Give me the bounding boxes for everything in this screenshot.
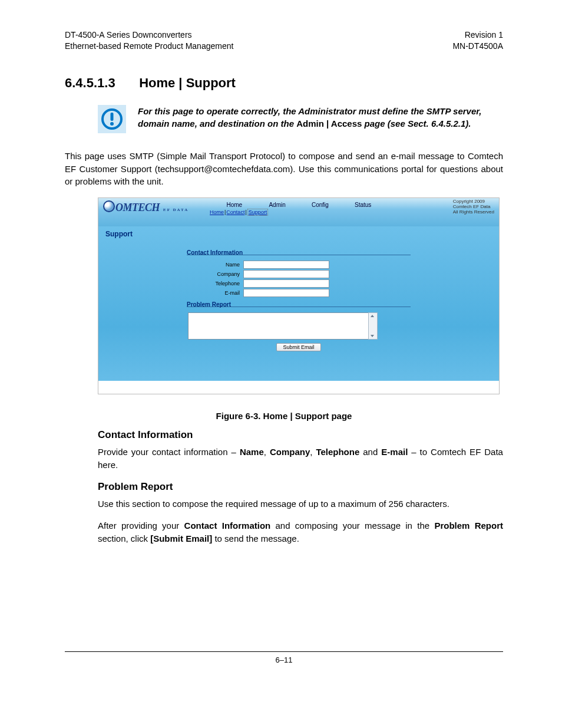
intro-paragraph: This page uses SMTP (Simple Mail Transpo… [65, 150, 503, 188]
section-heading: 6.4.5.1.3 Home | Support [65, 75, 503, 91]
label-company: Company [187, 271, 243, 277]
header-right-2: MN-DT4500A [452, 41, 503, 52]
section-number: 6.4.5.1.3 [65, 75, 135, 91]
input-telephone[interactable] [243, 279, 329, 288]
figure-screenshot: OMTECH EF DATA Home Admin Config Status … [98, 197, 500, 394]
tab-config[interactable]: Config [299, 202, 340, 208]
label-name: Name [187, 262, 243, 268]
input-email[interactable] [243, 289, 329, 297]
globe-icon [103, 200, 115, 212]
header-left-2: Ethernet-based Remote Product Management [65, 41, 233, 52]
tab-admin[interactable]: Admin [257, 202, 298, 208]
scrollbar[interactable] [368, 312, 378, 340]
problem-paragraph-1: Use this section to compose the required… [98, 498, 503, 510]
submit-email-button[interactable]: Submit Email [276, 343, 320, 351]
heading-problem-report: Problem Report [98, 481, 503, 493]
svg-point-2 [110, 122, 114, 126]
figure-caption: Figure 6-3. Home | Support page [65, 411, 503, 421]
subnav-home[interactable]: Home [210, 209, 224, 215]
problem-paragraph-2: After providing your Contact Information… [98, 519, 503, 545]
page-footer: 6–11 [65, 651, 503, 664]
subnav-support[interactable]: Support [247, 209, 269, 216]
header-right-1: Revision 1 [452, 29, 503, 41]
panel-problem-title: Problem Report [187, 301, 411, 308]
panel-contact-title: Contact Information [187, 249, 411, 256]
label-telephone: Telephone [187, 281, 243, 286]
screenshot-page-heading: Support [105, 230, 493, 238]
important-icon [98, 105, 126, 133]
tab-status[interactable]: Status [342, 202, 384, 208]
heading-contact-information: Contact Information [98, 429, 503, 441]
tab-home[interactable]: Home [214, 202, 255, 208]
svg-rect-1 [111, 113, 114, 121]
header-left-1: DT-4500-A Series Downconverters [65, 29, 233, 41]
input-company[interactable] [243, 270, 329, 278]
subnav-contact[interactable]: Contact [226, 209, 244, 215]
contact-paragraph: Provide your contact information – Name,… [98, 446, 503, 472]
label-email: E-mail [187, 290, 243, 296]
input-name[interactable] [243, 261, 329, 269]
textarea-problem-report[interactable] [188, 312, 373, 340]
page-header: DT-4500-A Series Downconverters Ethernet… [65, 29, 503, 52]
copyright-block: Copyright 2009 Comtech EF Data All Right… [453, 199, 494, 215]
notice-text: For this page to operate correctly, the … [138, 105, 503, 130]
logo: OMTECH EF DATA [103, 200, 189, 214]
section-title: Home | Support [139, 75, 236, 90]
